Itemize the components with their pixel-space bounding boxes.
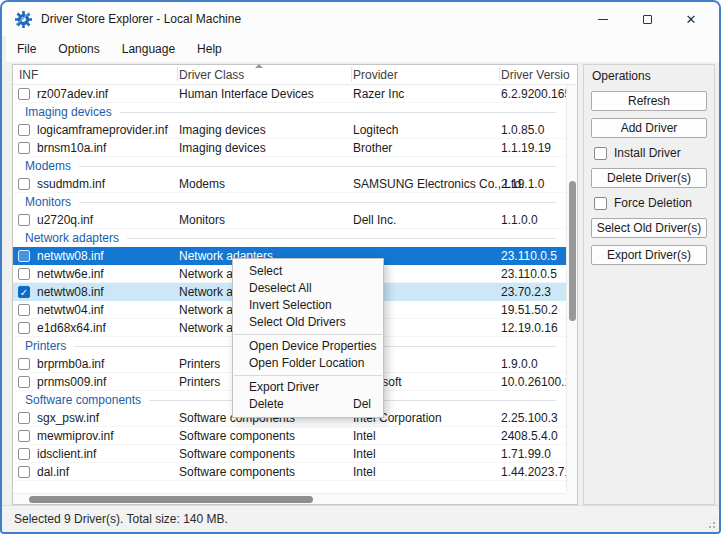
maximize-button[interactable]: [625, 2, 669, 36]
inf-cell: idsclient.inf: [37, 445, 96, 463]
inf-cell: netwtw6e.inf: [37, 265, 104, 283]
status-text: Selected 9 Driver(s). Total size: 140 MB…: [14, 512, 228, 526]
inf-cell: netwtw08.inf: [37, 283, 104, 301]
horizontal-scrollbar-thumb[interactable]: [29, 496, 313, 503]
column-header-inf[interactable]: INF: [19, 65, 38, 85]
row-checkbox[interactable]: [18, 214, 30, 226]
driver-class-cell: Imaging devices: [179, 121, 266, 139]
context-menu-item-select[interactable]: Select: [233, 263, 383, 280]
version-cell: 2408.5.4.0: [501, 427, 558, 445]
close-button[interactable]: ✕: [669, 2, 713, 36]
checkbox-icon[interactable]: [594, 147, 607, 160]
table-row-brnsm10a-inf[interactable]: brnsm10a.infImaging devicesBrother1.1.19…: [13, 139, 566, 157]
context-menu-item-export-driver[interactable]: Export Driver: [233, 379, 383, 396]
row-checkbox[interactable]: [18, 322, 30, 334]
context-menu-item-open-device-properties[interactable]: Open Device Properties: [233, 338, 383, 355]
menu-file[interactable]: File: [6, 38, 47, 60]
context-menu-item-invert-selection[interactable]: Invert Selection: [233, 297, 383, 314]
group-header-network-adapters: Network adapters: [13, 229, 566, 247]
version-cell: 1.44.2023.71: [501, 463, 566, 481]
row-checkbox[interactable]: [18, 358, 30, 370]
vertical-scrollbar[interactable]: [566, 85, 577, 493]
checkbox-label: Force Deletion: [614, 196, 692, 210]
version-cell: 10.0.26100.1: [501, 373, 566, 391]
driver-class-cell: Monitors: [179, 211, 225, 229]
menu-separator: [234, 334, 382, 335]
delete-driver-s-button[interactable]: Delete Driver(s): [591, 168, 707, 188]
provider-cell: Brother: [353, 139, 392, 157]
menu-item-label: Open Device Properties: [249, 338, 376, 355]
table-row-ssudmdm-inf[interactable]: ssudmdm.infModemsSAMSUNG Electronics Co.…: [13, 175, 566, 193]
table-row-u2720q-inf[interactable]: u2720q.infMonitorsDell Inc.1.1.0.0: [13, 211, 566, 229]
row-checkbox-checked[interactable]: ✓: [18, 286, 30, 298]
inf-cell: prnms009.inf: [37, 373, 106, 391]
group-label: Network adapters: [25, 231, 119, 245]
menu-help[interactable]: Help: [186, 38, 233, 60]
version-cell: 23.70.2.3: [501, 283, 551, 301]
column-header-driver-class[interactable]: Driver Class: [179, 65, 244, 85]
select-old-driver-s-button[interactable]: Select Old Driver(s): [591, 218, 707, 238]
row-checkbox[interactable]: [18, 412, 30, 424]
force-deletion-checkbox[interactable]: Force Deletion: [591, 195, 707, 211]
context-menu-item-delete[interactable]: DeleteDel: [233, 396, 383, 413]
inf-cell: dal.inf: [37, 463, 69, 481]
inf-cell: logicamframeprovider.inf: [37, 121, 168, 139]
group-label: Modems: [25, 159, 71, 173]
row-checkbox[interactable]: [18, 88, 30, 100]
inf-cell: sgx_psw.inf: [37, 409, 99, 427]
menu-separator: [234, 375, 382, 376]
column-header-provider[interactable]: Provider: [353, 65, 398, 85]
context-menu-item-open-folder-location[interactable]: Open Folder Location: [233, 355, 383, 372]
sort-ascending-icon: [255, 64, 263, 68]
context-menu-item-deselect-all[interactable]: Deselect All: [233, 280, 383, 297]
table-row-dal-inf[interactable]: dal.infSoftware componentsIntel1.44.2023…: [13, 463, 566, 481]
resize-grip[interactable]: [704, 517, 717, 530]
row-checkbox[interactable]: [18, 124, 30, 136]
column-separator[interactable]: [499, 67, 500, 82]
column-separator[interactable]: [177, 67, 178, 82]
row-checkbox[interactable]: [18, 466, 30, 478]
horizontal-scrollbar[interactable]: [13, 493, 566, 504]
provider-cell: Logitech: [353, 121, 398, 139]
context-menu-item-select-old-drivers[interactable]: Select Old Drivers: [233, 314, 383, 331]
column-separator[interactable]: [351, 67, 352, 82]
group-label: Imaging devices: [25, 105, 112, 119]
refresh-button[interactable]: Refresh: [591, 91, 707, 111]
install-driver-checkbox[interactable]: Install Driver: [591, 145, 707, 161]
content-area: INFDriver ClassProviderDriver Versio rz0…: [2, 62, 719, 503]
add-driver-button[interactable]: Add Driver: [591, 118, 707, 138]
provider-cell: Dell Inc.: [353, 211, 396, 229]
table-row-mewmiprov-inf[interactable]: mewmiprov.infSoftware componentsIntel240…: [13, 427, 566, 445]
row-checkbox[interactable]: [18, 250, 30, 262]
row-checkbox[interactable]: [18, 448, 30, 460]
export-driver-s-button[interactable]: Export Driver(s): [591, 245, 707, 265]
menu-options[interactable]: Options: [47, 38, 110, 60]
inf-cell: brprmb0a.inf: [37, 355, 104, 373]
menu-language[interactable]: Language: [111, 38, 186, 60]
vertical-scrollbar-thumb[interactable]: [569, 181, 576, 321]
version-cell: 2.25.100.3: [501, 409, 558, 427]
group-divider: [120, 112, 556, 113]
column-header-driver-versio[interactable]: Driver Versio: [501, 65, 570, 85]
row-checkbox[interactable]: [18, 268, 30, 280]
version-cell: 23.110.0.5: [501, 247, 557, 265]
row-checkbox[interactable]: [18, 376, 30, 388]
version-cell: 12.19.0.16: [501, 319, 558, 337]
row-checkbox[interactable]: [18, 178, 30, 190]
inf-cell: netwtw08.inf: [37, 247, 104, 265]
table-row-logicamframeprovider-inf[interactable]: logicamframeprovider.infImaging devicesL…: [13, 121, 566, 139]
minimize-button[interactable]: [581, 2, 625, 36]
table-header: INFDriver ClassProviderDriver Versio: [13, 65, 577, 85]
group-header-modems: Modems: [13, 157, 566, 175]
checkbox-icon[interactable]: [594, 197, 607, 210]
row-checkbox[interactable]: [18, 430, 30, 442]
table-row-rz007adev-inf[interactable]: rz007adev.infHuman Interface DevicesRaze…: [13, 85, 566, 103]
context-menu: SelectDeselect AllInvert SelectionSelect…: [232, 258, 384, 418]
menu-item-shortcut: Del: [353, 396, 371, 413]
title-bar: Driver Store Explorer - Local Machine ✕: [2, 2, 719, 36]
provider-cell: Intel: [353, 445, 376, 463]
row-checkbox[interactable]: [18, 304, 30, 316]
table-row-idsclient-inf[interactable]: idsclient.infSoftware componentsIntel1.7…: [13, 445, 566, 463]
menu-item-label: Deselect All: [249, 280, 312, 297]
row-checkbox[interactable]: [18, 142, 30, 154]
